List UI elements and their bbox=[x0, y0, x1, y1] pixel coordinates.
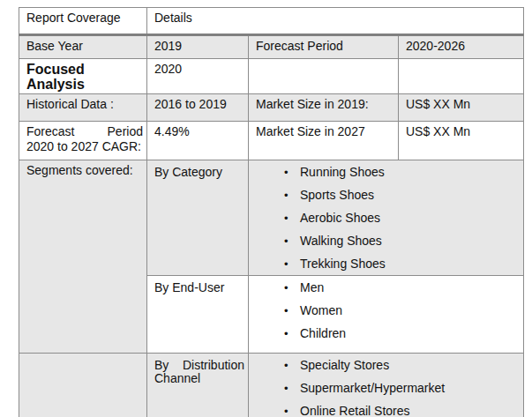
report-coverage-table: Report Coverage Details Base Year 2019 F… bbox=[19, 7, 524, 417]
segment-group-category: By Category bbox=[147, 160, 249, 276]
segment-item-label: Online Retail Stores bbox=[300, 405, 520, 417]
empty-cell bbox=[399, 59, 524, 94]
bullet-icon: • bbox=[284, 359, 300, 372]
forecast-cagr-row: Forecast Period 2020 to 2027 CAGR: 4.49%… bbox=[19, 122, 524, 160]
list-item: • Trekking Shoes bbox=[249, 257, 520, 271]
segment-item-label: Trekking Shoes bbox=[300, 257, 520, 271]
list-item: • Walking Shoes bbox=[249, 235, 520, 248]
segment-item-label: Running Shoes bbox=[300, 166, 520, 179]
forecast-cagr-label: Forecast Period 2020 to 2027 CAGR: bbox=[19, 122, 147, 160]
historical-data-row: Historical Data : 2016 to 2019 Market Si… bbox=[19, 94, 524, 122]
list-item: • Specialty Stores bbox=[249, 359, 520, 372]
list-item: • Online Retail Stores bbox=[249, 405, 520, 417]
bullet-icon: • bbox=[284, 405, 300, 417]
enduser-items-cell: • Men • Women • Children bbox=[249, 276, 524, 354]
focused-analysis-value: 2020 bbox=[147, 59, 249, 94]
forecast-cagr-value: 4.49% bbox=[147, 122, 249, 160]
list-item: • Men bbox=[249, 281, 520, 294]
category-items-cell: • Running Shoes • Sports Shoes • Aerobic… bbox=[249, 160, 524, 276]
focused-analysis-row: Focused Analysis 2020 bbox=[19, 59, 524, 94]
distribution-items-cell: • Specialty Stores • Supermarket/Hyperma… bbox=[249, 354, 524, 417]
market-size-2027-label: Market Size in 2027 bbox=[249, 122, 399, 160]
market-size-2019-label: Market Size in 2019: bbox=[249, 94, 399, 122]
bullet-icon: • bbox=[284, 281, 300, 294]
segment-item-label: Children bbox=[300, 327, 520, 340]
historical-data-value: 2016 to 2019 bbox=[147, 94, 249, 122]
segment-group-distribution: By Distribution Channel bbox=[147, 354, 249, 417]
bullet-icon: • bbox=[284, 212, 300, 225]
market-size-2019-value: US$ XX Mn bbox=[399, 94, 524, 122]
list-item: • Supermarket/Hypermarket bbox=[249, 382, 520, 395]
segments-distribution-row: By Distribution Channel • Specialty Stor… bbox=[19, 354, 524, 417]
base-year-row: Base Year 2019 Forecast Period 2020-2026 bbox=[19, 35, 524, 59]
bullet-icon: • bbox=[284, 257, 300, 271]
header-row: Report Coverage Details bbox=[19, 8, 524, 35]
list-item: • Children bbox=[249, 327, 520, 340]
base-year-value: 2019 bbox=[147, 35, 249, 59]
details-header-cell: Details bbox=[147, 8, 524, 35]
historical-data-label: Historical Data : bbox=[19, 94, 147, 122]
segment-item-label: Women bbox=[300, 304, 520, 317]
segments-covered-label: Segments covered: bbox=[19, 160, 147, 354]
focused-analysis-label: Focused Analysis bbox=[19, 59, 147, 94]
base-year-label: Base Year bbox=[19, 35, 147, 59]
bullet-icon: • bbox=[284, 304, 300, 317]
empty-cell bbox=[249, 59, 399, 94]
bullet-icon: • bbox=[284, 327, 300, 340]
segment-item-label: Walking Shoes bbox=[300, 235, 520, 248]
focused-analysis-label-text: Focused Analysis bbox=[26, 62, 108, 92]
segment-item-label: Specialty Stores bbox=[300, 359, 520, 372]
list-item: • Running Shoes bbox=[249, 166, 520, 179]
segment-item-label: Supermarket/Hypermarket bbox=[300, 382, 520, 395]
market-size-2027-value: US$ XX Mn bbox=[399, 122, 524, 160]
forecast-period-value: 2020-2026 bbox=[399, 35, 524, 59]
list-item: • Sports Shoes bbox=[249, 189, 520, 202]
bullet-icon: • bbox=[284, 166, 300, 179]
segment-item-label: Aerobic Shoes bbox=[300, 212, 520, 225]
bullet-icon: • bbox=[284, 382, 300, 395]
bullet-icon: • bbox=[284, 189, 300, 202]
segment-item-label: Sports Shoes bbox=[300, 189, 520, 202]
segments-category-row: Segments covered: By Category • Running … bbox=[19, 160, 524, 276]
report-coverage-header-cell: Report Coverage bbox=[19, 8, 147, 35]
empty-cell bbox=[19, 354, 147, 417]
forecast-period-label: Forecast Period bbox=[249, 35, 399, 59]
report-coverage-page: Report Coverage Details Base Year 2019 F… bbox=[0, 0, 532, 417]
bullet-icon: • bbox=[284, 235, 300, 248]
list-item: • Women bbox=[249, 304, 520, 317]
segment-group-enduser: By End-User bbox=[147, 276, 249, 354]
segment-item-label: Men bbox=[300, 281, 520, 294]
list-item: • Aerobic Shoes bbox=[249, 212, 520, 225]
